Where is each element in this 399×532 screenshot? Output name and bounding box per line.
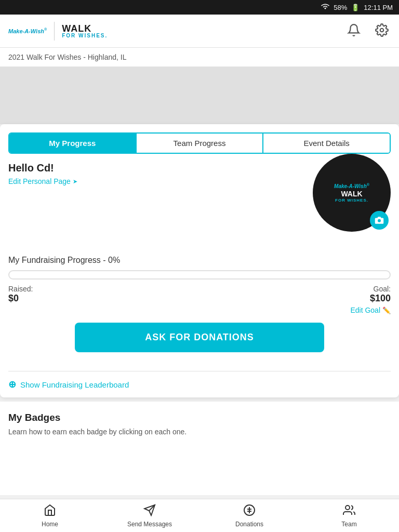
logo-divider <box>54 22 55 41</box>
main-card: My Progress Team Progress Event Details … <box>0 124 399 397</box>
nav-team[interactable]: Team <box>299 499 399 532</box>
tab-event-details[interactable]: Event Details <box>263 134 390 153</box>
camera-button[interactable] <box>370 211 389 230</box>
edit-goal-link[interactable]: Edit Goal ✏️ <box>8 306 391 314</box>
fundraising-section: My Fundraising Progress - 0% Raised: $0 … <box>0 247 399 371</box>
avatar-walk-text: WALK <box>334 190 369 198</box>
wifi-icon <box>321 4 329 11</box>
notifications-button[interactable] <box>345 21 363 41</box>
nav-home-label: Home <box>42 521 58 528</box>
svg-point-1 <box>378 219 381 222</box>
banner-area <box>0 67 399 124</box>
show-leaderboard-link[interactable]: ⊕ Show Fundraising Leaderboard <box>0 371 399 397</box>
tab-team-progress[interactable]: Team Progress <box>137 134 264 153</box>
messages-icon <box>143 504 156 520</box>
raised-label: Raised: <box>8 285 33 293</box>
battery-percentage: 58% <box>334 4 347 11</box>
svg-point-5 <box>345 506 350 510</box>
time-display: 12:11 PM <box>364 4 393 11</box>
header-logo: Make‑A‑Wish® WALK FOR WISHES. <box>8 22 108 41</box>
settings-button[interactable] <box>373 21 391 41</box>
badges-card: My Badges Learn how to earn each badge b… <box>0 402 399 495</box>
svg-point-0 <box>380 29 384 32</box>
badges-title: My Badges <box>8 412 391 423</box>
progress-amounts: Raised: $0 Goal: $100 <box>8 285 391 304</box>
team-icon <box>343 504 355 520</box>
header-icons <box>345 21 391 41</box>
ask-for-donations-button[interactable]: ASK FOR DONATIONS <box>75 323 324 352</box>
make-a-wish-logo: Make‑A‑Wish® <box>8 28 47 34</box>
edit-personal-page-label: Edit Personal Page <box>8 177 71 185</box>
nav-donations[interactable]: Donations <box>200 499 299 532</box>
bell-icon <box>347 23 361 37</box>
fundraising-title: My Fundraising Progress - 0% <box>8 256 391 265</box>
home-icon <box>44 504 56 520</box>
badges-subtitle: Learn how to earn each badge by clicking… <box>8 428 391 436</box>
avatar-maw-text: Make‑A‑Wish® <box>334 183 369 189</box>
goal-amount: $100 <box>370 293 391 304</box>
for-wishes-text: FOR WISHES. <box>62 33 108 38</box>
walk-text: WALK <box>62 24 108 33</box>
goal-section: Goal: $100 <box>370 285 391 304</box>
nav-donations-label: Donations <box>235 521 263 528</box>
status-bar: 58% 🔋 12:11 PM <box>0 0 399 15</box>
goal-label: Goal: <box>370 285 391 293</box>
progress-bar-container <box>8 270 391 280</box>
event-title: 2021 Walk For Wishes - Highland, IL <box>8 53 126 61</box>
pencil-icon: ✏️ <box>382 307 391 314</box>
avatar-container: Make‑A‑Wish® WALK FOR WISHES. <box>313 154 391 232</box>
battery-icon: 🔋 <box>351 4 360 11</box>
avatar-logo: Make‑A‑Wish® WALK FOR WISHES. <box>334 183 369 202</box>
camera-icon <box>375 216 384 225</box>
leaderboard-label: Show Fundraising Leaderboard <box>20 380 129 389</box>
avatar-for-wishes-text: FOR WISHES. <box>334 198 369 203</box>
profile-section: Hello Cd! Edit Personal Page Make‑A‑Wish… <box>0 154 399 247</box>
raised-section: Raised: $0 <box>8 285 33 304</box>
gear-icon <box>375 23 389 37</box>
donations-icon <box>243 504 256 520</box>
nav-messages-label: Send Messages <box>127 521 172 528</box>
nav-team-label: Team <box>341 521 356 528</box>
edit-goal-label: Edit Goal <box>350 306 380 314</box>
tab-my-progress[interactable]: My Progress <box>9 134 137 153</box>
raised-amount: $0 <box>8 293 33 304</box>
progress-tabs: My Progress Team Progress Event Details <box>8 132 391 154</box>
nav-send-messages[interactable]: Send Messages <box>100 499 200 532</box>
plus-circle-icon: ⊕ <box>8 379 16 390</box>
walk-for-wishes-logo: WALK FOR WISHES. <box>62 24 108 38</box>
app-header: Make‑A‑Wish® WALK FOR WISHES. <box>0 15 399 48</box>
nav-home[interactable]: Home <box>0 499 100 532</box>
subtitle-bar: 2021 Walk For Wishes - Highland, IL <box>0 48 399 67</box>
bottom-nav: Home Send Messages Donations <box>0 499 399 532</box>
